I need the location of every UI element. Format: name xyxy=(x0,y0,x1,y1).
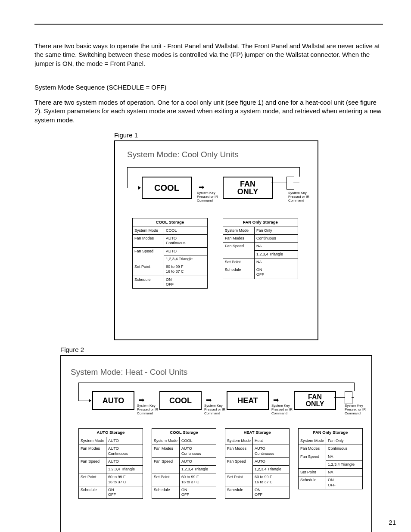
table-cell xyxy=(152,466,180,473)
table-cell xyxy=(225,466,253,473)
table-cell: AUTO xyxy=(106,437,143,445)
table-cell: AUTO Continuous xyxy=(106,445,143,458)
table-cell: Fan Only xyxy=(255,227,298,234)
table-cell: System Mode xyxy=(133,227,164,234)
table-cell xyxy=(299,460,326,468)
fan-only-storage-table: FAN Only Storage System ModeFan OnlyFan … xyxy=(223,218,298,279)
figure-2: System Mode: Heat - Cool Units AUTO ➡ Sy… xyxy=(60,355,372,532)
table-cell: Fan Modes xyxy=(152,445,180,458)
cool-mode-box: COOL xyxy=(142,177,192,199)
table-cell xyxy=(79,466,106,473)
table-cell: 1,2,3,4 Triangle xyxy=(253,466,290,473)
small-connector-box xyxy=(345,391,352,404)
table-cell: Set Point xyxy=(223,258,255,266)
arrow-caption: System Key Pressed or IR Command xyxy=(271,404,293,415)
figure-2-label: Figure 2 xyxy=(60,345,383,354)
fan-only-mode-box: FAN ONLY xyxy=(223,177,273,199)
table-cell: 60 to 99 F 16 to 37 C xyxy=(106,473,143,486)
cool-mode-box: COOL xyxy=(159,391,202,410)
table-cell: System Mode xyxy=(79,437,106,445)
table-cell: Set Point xyxy=(225,473,253,486)
table-cell: 1,2,3,4 Triangle xyxy=(180,466,216,473)
cool-storage-table: COOL Storage System ModeCOOLFan ModesAUT… xyxy=(152,428,216,499)
cool-storage-table: COOL Storage System ModeCOOLFan ModesAUT… xyxy=(132,218,208,289)
small-connector-box xyxy=(286,177,294,190)
auto-mode-box: AUTO xyxy=(92,391,134,410)
table-cell: Continuous xyxy=(255,235,298,243)
table-cell: Fan Speed xyxy=(152,457,180,465)
fan-only-storage-table: FAN Only Storage System ModeFan OnlyFan … xyxy=(298,428,363,489)
figure-1: System Mode: Cool Only Units COOL ➡ Syst… xyxy=(114,140,318,340)
intro-paragraph: There are two basic ways to operate the … xyxy=(34,42,383,68)
table-cell: 60 to 99 F 16 to 37 C xyxy=(164,263,208,276)
table-cell: 1,2,3,4 Triangle xyxy=(106,466,143,473)
table-cell: Schedule xyxy=(223,266,255,279)
table-cell: System Mode xyxy=(223,227,255,234)
arrow-caption: System Key Pressed or IR Command xyxy=(345,404,366,415)
table-cell: System Mode xyxy=(225,437,253,445)
table-cell: 60 to 99 F 16 to 37 C xyxy=(180,473,216,486)
table-cell: Fan Modes xyxy=(133,235,164,248)
table-cell: 1,2,3,4 Triangle xyxy=(164,255,208,263)
table-cell: ON OFF xyxy=(253,486,290,499)
table-cell: AUTO xyxy=(164,247,208,255)
table-cell: AUTO Continuous xyxy=(164,235,208,248)
table-cell: System Mode xyxy=(152,437,180,445)
table-cell: NA xyxy=(326,469,363,476)
arrow-caption: System Key Pressed or IR Command xyxy=(204,404,225,415)
table-cell: Set Point xyxy=(133,263,164,276)
table-cell: Schedule xyxy=(152,486,180,499)
table-cell: ON OFF xyxy=(164,276,208,289)
top-rule xyxy=(34,24,383,25)
auto-storage-table: AUTO Storage System ModeAUTOFan ModesAUT… xyxy=(78,428,143,499)
heat-storage-table: HEAT Storage System ModeHeatFan ModesAUT… xyxy=(225,428,290,499)
table-cell: ON OFF xyxy=(106,486,143,499)
table-cell: Fan Modes xyxy=(223,235,255,243)
table-cell: Schedule xyxy=(299,476,326,489)
table-cell: Fan Speed xyxy=(133,247,164,255)
table-cell: Schedule xyxy=(225,486,253,499)
table-cell: AUTO Continuous xyxy=(253,445,290,458)
table-cell: AUTO xyxy=(180,457,216,465)
figure-1-label: Figure 1 xyxy=(114,131,383,140)
figure-2-title: System Mode: Heat - Cool Units xyxy=(71,367,187,378)
table-cell: Fan Modes xyxy=(299,445,326,453)
table-cell: NA xyxy=(255,258,298,266)
arrow-caption: System Key Pressed or IR Command xyxy=(137,404,158,415)
table-cell: 1,2,3,4 Triangle xyxy=(255,250,298,258)
table-cell: AUTO Continuous xyxy=(180,445,216,458)
section-paragraph: There are two system modes of operation.… xyxy=(34,98,383,124)
table-cell: ON OFF xyxy=(326,476,363,489)
fan-only-mode-box: FAN ONLY xyxy=(294,391,336,410)
figure-1-title: System Mode: Cool Only Units xyxy=(127,149,239,160)
table-cell: Fan Speed xyxy=(223,243,255,250)
table-cell xyxy=(223,250,255,258)
table-cell: 1,2,3,4 Triangle xyxy=(326,460,363,468)
table-cell: AUTO xyxy=(253,457,290,465)
table-cell: 60 to 99 F 16 to 37 C xyxy=(253,473,290,486)
page-number: 21 xyxy=(389,518,396,527)
table-cell: AUTO xyxy=(106,457,143,465)
table-cell: Set Point xyxy=(299,469,326,476)
table-cell: Fan Speed xyxy=(79,457,106,465)
table-cell: Set Point xyxy=(152,473,180,486)
heat-mode-box: HEAT xyxy=(227,391,269,410)
table-cell: Schedule xyxy=(133,276,164,289)
table-cell: Fan Speed xyxy=(225,457,253,465)
table-cell xyxy=(133,255,164,263)
section-heading: System Mode Sequence (SCHEDULE = OFF) xyxy=(34,83,383,92)
table-cell: COOL xyxy=(180,437,216,445)
arrow-caption: System Key Pressed or IR Command xyxy=(197,191,218,202)
table-cell: Set Point xyxy=(79,473,106,486)
table-cell: Heat xyxy=(253,437,290,445)
table-cell: Schedule xyxy=(79,486,106,499)
table-cell: System Mode xyxy=(299,437,326,445)
table-cell: NA xyxy=(326,453,363,460)
table-cell: Fan Modes xyxy=(79,445,106,458)
table-cell: Continuous xyxy=(326,445,363,453)
arrow-caption: System Key Pressed or IR Command xyxy=(288,191,309,202)
table-cell: Fan Only xyxy=(326,437,363,445)
table-cell: ON OFF xyxy=(180,486,216,499)
table-cell: NA xyxy=(255,243,298,250)
table-cell: Fan Speed xyxy=(299,453,326,460)
